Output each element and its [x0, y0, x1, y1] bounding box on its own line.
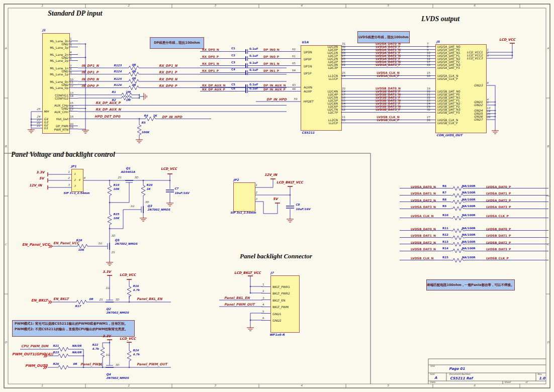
j1-pin-row: Hot_Det 18 — [43, 117, 79, 120]
j5-right-pin-number: 6 — [487, 82, 489, 85]
j1-pin-name: ML_Lane_2p — [43, 59, 68, 62]
wire — [261, 307, 270, 307]
capacitor-refdes: C3 — [231, 61, 235, 64]
chip-pin-number: 22 — [342, 63, 345, 66]
resistor-value: NA/100R — [462, 233, 476, 236]
resistor-refdes: R7 — [442, 191, 446, 194]
r24-refdes: R24 — [133, 349, 139, 352]
border-col: 4 — [301, 384, 303, 387]
chip-pin-number: 61 — [292, 55, 296, 58]
resistor-value: NA/100R — [462, 184, 476, 187]
jp2-pin-number: 2 — [255, 191, 257, 194]
capacitor-plate — [245, 56, 246, 61]
resistor-value: 0R — [132, 64, 136, 67]
wire — [341, 112, 435, 113]
dp-routing-note: DP线差分布线，阻抗100ohm — [150, 37, 204, 49]
resistor-refdes: R126 — [114, 84, 122, 87]
border-col: 6 — [474, 5, 476, 8]
r25-value: 10K — [113, 217, 119, 220]
capacitor-refdes: C6 — [231, 87, 235, 90]
j1-pin-row: PWR_RTN 19 — [43, 128, 79, 131]
net-label: LVDSA_DAT1_P — [486, 191, 511, 195]
j1-pin-row: ML_Lane_1p 9 — [43, 72, 79, 75]
r20-value: 1K — [146, 188, 150, 191]
j7-pin-number: 4 — [262, 303, 264, 306]
net-label: DP_IN0_P — [263, 55, 279, 58]
power-label-bklt-vcc: LCD_BKLT_VCC — [276, 181, 303, 184]
net-label: LVDSA_CLK_P — [486, 214, 509, 218]
j7-pin-row: 1 BKLT_PWR1 — [259, 283, 300, 290]
resistor-refdes: R124 — [114, 70, 122, 73]
section-dividers — [4, 153, 371, 384]
net-label: IN_DP0_P — [81, 84, 99, 88]
resistor-refdes: R14 — [442, 247, 448, 250]
net-label: IN_DP1_N — [81, 64, 99, 68]
j7-pin-row: 6 GND2 — [259, 317, 300, 323]
pwm-mode-note-line1: PWM模式1: 背光可以选择CS5211输出的PWM0或者PWM1，没有区别。 — [15, 322, 128, 326]
j5-right-pin-name: GND2 — [446, 104, 483, 107]
jumper-jp2-box — [233, 182, 255, 212]
j1-pin-wire — [69, 87, 78, 88]
power-label-lcd-vcc: LCD_VCC — [499, 38, 515, 42]
j1-pin-number: 2 — [70, 41, 72, 44]
capacitor-value: 0.1uF — [249, 47, 258, 50]
resistor-value: NA/100R — [462, 247, 476, 250]
jumper-jp1-box — [71, 169, 83, 192]
net-label: LVDSB_DAT2_P — [486, 241, 511, 244]
fet-pin-g: 1G — [106, 287, 110, 290]
r28-value: 10K — [78, 249, 84, 252]
r24-value: 4.7k — [133, 353, 139, 356]
net-label: RX_DP0_P — [202, 55, 219, 58]
size-label: Size — [430, 373, 434, 376]
capacitor-plate — [245, 88, 246, 93]
j1-pin-number: 14 — [70, 94, 73, 97]
net-label: IN_DP1_P — [81, 71, 99, 74]
resistor-refdes: R5 — [141, 122, 145, 125]
j1-pin-number: 15 — [70, 102, 73, 105]
title-block-lines — [428, 359, 546, 384]
termination-note: 终端匹配电阻100ohm，一般Panle都自带，可以不焊接。 — [426, 279, 515, 290]
sheet-label: Sheet — [504, 381, 511, 384]
j1-pin-number: 9 — [70, 71, 72, 74]
j1-pin-number: 18 — [70, 115, 73, 118]
lvds-routing-note-text: LVDS线差分布线，阻抗100ohm — [358, 35, 409, 40]
net-label: RX_DP_AUX_P — [202, 87, 225, 91]
j1-pin-row: CONFIG2 14 — [43, 96, 79, 100]
r26-value: 0R — [73, 363, 77, 366]
backlight-connector-heading: Panel backlight Connector — [240, 253, 312, 259]
j1-pin-row: ML_Lane_0p 12 — [43, 86, 79, 89]
j7-pin-name: GND1 — [272, 312, 282, 316]
resistor-refdes: R4 — [144, 115, 148, 118]
document-number: CS5211 Ref — [450, 377, 473, 380]
j1-pin-number: 6 — [70, 57, 72, 60]
lvds-row: LL1CP 24 LVDSA_CLK_P 16 LVDSA_CLK_P — [301, 77, 486, 80]
net-label: RX_DP0_N — [159, 78, 177, 81]
fet-pin-d: 3D — [115, 299, 119, 302]
sheet-title: Page 01 — [449, 367, 465, 371]
resistor-refdes: R11 — [442, 227, 448, 230]
net-label: DP_IN_HPD — [266, 98, 287, 102]
chip-pin-name: LDC7P — [301, 111, 338, 114]
resistor-refdes: R12 — [442, 233, 448, 236]
power-label-lcd-vcc: LCD_VCC — [120, 337, 136, 341]
net-label: RX_DP1_P — [159, 71, 177, 74]
capacitor-value: 0.1uF — [249, 54, 258, 57]
chip-pin-name: LDC3P — [301, 66, 338, 69]
chip-pin-number: 64 — [292, 69, 296, 72]
net-label: LVDSB_CLK_P — [486, 256, 509, 260]
chip-pin-number: 43 — [292, 83, 296, 86]
net-label: EN_Panel_VCC — [53, 242, 79, 245]
lvdsa-clk-rows: LL1CN 25 LVDSA_CLK_N 15 LVDSA_CLK_N LL1C… — [301, 74, 486, 80]
fet-pin-s: 2S — [118, 176, 121, 179]
jp1-pin: 2 — [74, 179, 76, 182]
j5-right-pin-number: 5 — [487, 102, 489, 105]
dp-input-heading: Standard DP input — [48, 10, 102, 17]
capacitor-plate — [245, 70, 246, 75]
j7-pin-row: 2 BKLT_PWR2 — [259, 290, 300, 297]
jp1-pin-number: 3 — [68, 184, 70, 187]
capacitor-plate — [247, 70, 248, 75]
j5-right-pin-number: 26 — [487, 116, 490, 119]
j5-part-number: CON_LVDS_OUT — [436, 134, 463, 137]
q4-part: 2N7002_NMOS — [106, 377, 129, 380]
jp1-pin-number: 4 — [83, 177, 85, 180]
